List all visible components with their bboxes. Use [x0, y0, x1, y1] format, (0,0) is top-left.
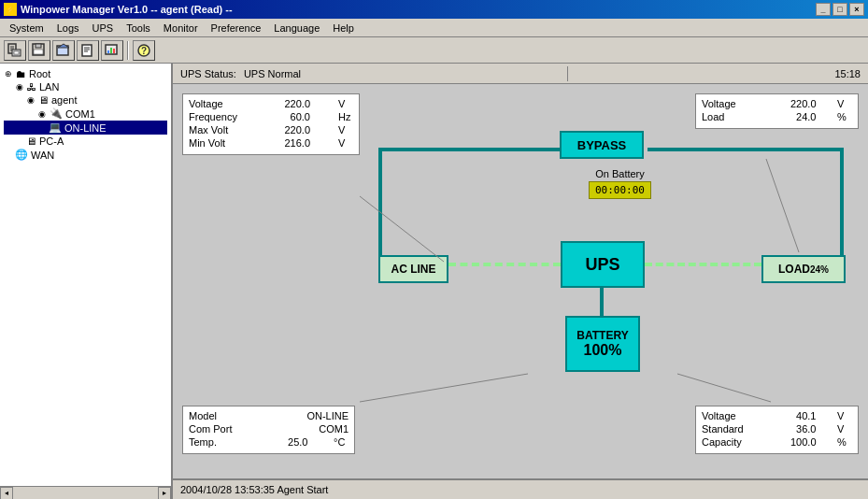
input-maxvolt-label: Max Volt: [189, 124, 249, 135]
tree-item-root[interactable]: ⊕ 🖿 Root: [4, 67, 167, 80]
tree-item-agent[interactable]: ◉ 🖥 agent: [4, 93, 167, 107]
maximize-button[interactable]: □: [832, 3, 847, 16]
tree-scroll-track: [13, 487, 158, 500]
svg-rect-17: [110, 48, 112, 53]
tree-item-wan[interactable]: 🌐 WAN: [4, 148, 167, 162]
on-battery-timer: 00:00:00: [589, 181, 651, 199]
tree-item-online[interactable]: 💻 ON-LINE: [4, 121, 167, 135]
bypass-line-top-left: [378, 148, 561, 151]
toolbar-btn-5[interactable]: [101, 40, 123, 61]
output-voltage-unit: V: [837, 98, 852, 109]
status-value: UPS Normal: [244, 68, 301, 79]
svg-line-24: [677, 374, 771, 402]
output-info-box: Voltage 220.0 V Load 24.0 %: [695, 93, 859, 129]
battery-label: BATTERY: [576, 329, 628, 342]
tree-label-com1: COM1: [65, 108, 95, 120]
svg-rect-11: [82, 45, 92, 56]
tree-icon-lan: 🖧: [27, 82, 36, 93]
load-label: LOAD: [778, 263, 810, 276]
bypass-line-top-right: [647, 148, 844, 151]
app-icon: ⚡: [4, 3, 17, 16]
on-battery-label: On Battery: [595, 168, 645, 179]
input-maxvolt-unit: V: [338, 124, 353, 135]
toolbar-btn-1[interactable]: [4, 40, 26, 61]
bat-standard-label: Standard: [702, 423, 762, 435]
bat-voltage-value: 40.1: [784, 410, 817, 421]
menu-ups[interactable]: UPS: [87, 21, 120, 36]
bat-capacity-value: 100.0: [784, 436, 817, 448]
menu-bar: System Logs UPS Tools Monitor Preference…: [0, 19, 868, 37]
on-battery-box: On Battery 00:00:00: [589, 168, 651, 199]
model-label: Model: [189, 410, 249, 421]
minimize-button[interactable]: _: [816, 3, 831, 16]
log-text: 2004/10/28 13:53:35 Agent Start: [180, 484, 328, 495]
bat-voltage-unit: V: [837, 410, 852, 421]
toolbar-btn-2[interactable]: [28, 40, 50, 61]
acline-box: AC LINE: [378, 255, 448, 283]
status-bar-bottom: 2004/10/28 13:53:35 Agent Start: [173, 478, 868, 499]
tree-item-pca[interactable]: 🖥 PC-A: [4, 135, 167, 148]
input-info-box: Voltage 220.0 V Frequency 60.0 Hz Max Vo…: [182, 93, 360, 155]
menu-monitor[interactable]: Monitor: [158, 21, 204, 36]
main-container: ⊕ 🖿 Root ◉ 🖧 LAN ◉ 🖥 agent ◉ 🔌 COM1: [0, 64, 868, 499]
load-percent: 24%: [810, 264, 829, 275]
output-load-unit: %: [837, 111, 852, 122]
tree-scrollbar[interactable]: ◂ ▸: [0, 486, 171, 499]
tree-item-lan[interactable]: ◉ 🖧 LAN: [4, 80, 167, 93]
status-bar-top: UPS Status: UPS Normal 15:18: [173, 64, 868, 84]
close-button[interactable]: ×: [849, 3, 864, 16]
expand-agent: ◉: [26, 95, 36, 105]
toolbar-btn-4[interactable]: [77, 40, 99, 61]
menu-language[interactable]: Language: [268, 21, 325, 36]
tree-label-agent: agent: [51, 94, 78, 106]
tree-item-com1[interactable]: ◉ 🔌 COM1: [4, 107, 167, 121]
tree-icon-pca: 🖥: [26, 135, 36, 147]
bat-voltage-label: Voltage: [702, 410, 762, 421]
input-freq-unit: Hz: [338, 111, 353, 122]
title-bar: ⚡ Winpower Manager Ver1.0 -- agent (Read…: [0, 0, 868, 19]
tree-icon-wan: 🌐: [15, 149, 28, 161]
battery-info-box: Voltage 40.1 V Standard 36.0 V Capacity …: [695, 406, 859, 454]
diagram-area: Voltage 220.0 V Frequency 60.0 Hz Max Vo…: [173, 84, 868, 478]
comport-label: Com Port: [189, 423, 249, 435]
load-box: LOAD 24%: [761, 255, 846, 283]
tree-icon-root: 🖿: [16, 68, 26, 79]
battery-percent: 100%: [584, 342, 622, 359]
acline-label: AC LINE: [391, 263, 436, 276]
svg-rect-5: [14, 51, 19, 54]
temp-value: 25.0: [276, 436, 308, 448]
menu-logs[interactable]: Logs: [51, 21, 85, 36]
tree-label-lan: LAN: [39, 81, 59, 93]
svg-text:?: ?: [141, 46, 147, 56]
tree-scroll-right[interactable]: ▸: [158, 487, 171, 500]
window-controls[interactable]: _ □ ×: [816, 3, 864, 16]
tree-icon-agent: 🖥: [38, 94, 49, 106]
tree-label-root: Root: [29, 68, 50, 79]
tree-scroll-left[interactable]: ◂: [0, 487, 13, 500]
input-minvolt-value: 216.0: [277, 137, 310, 149]
bypass-label: BYPASS: [577, 138, 627, 152]
status-divider: [567, 66, 568, 81]
svg-rect-18: [113, 49, 115, 53]
tree-label-online: ON-LINE: [64, 122, 107, 134]
input-voltage-unit: V: [338, 98, 353, 109]
svg-rect-7: [36, 44, 41, 48]
status-time: 15:18: [834, 68, 861, 79]
output-load-label: Load: [702, 111, 762, 122]
menu-tools[interactable]: Tools: [121, 21, 156, 36]
tree-panel: ⊕ 🖿 Root ◉ 🖧 LAN ◉ 🖥 agent ◉ 🔌 COM1: [0, 64, 173, 499]
bat-capacity-label: Capacity: [702, 436, 762, 448]
toolbar-help-btn[interactable]: ?: [133, 40, 155, 61]
output-voltage-label: Voltage: [702, 98, 762, 109]
menu-help[interactable]: Help: [327, 21, 360, 36]
toolbar-separator: [127, 41, 129, 60]
menu-system[interactable]: System: [4, 21, 50, 36]
model-info-box: Model ON-LINE Com Port COM1 Temp. 25.0 °…: [182, 406, 355, 454]
right-panel: UPS Status: UPS Normal 15:18 Voltage 220…: [173, 64, 868, 499]
toolbar-btn-3[interactable]: [52, 40, 75, 61]
input-voltage-value: 220.0: [277, 98, 310, 109]
input-freq-value: 60.0: [277, 111, 310, 122]
menu-preference[interactable]: Preference: [206, 21, 267, 36]
svg-rect-8: [34, 50, 43, 54]
window-title: Winpower Manager Ver1.0 -- agent (Read) …: [21, 4, 233, 15]
